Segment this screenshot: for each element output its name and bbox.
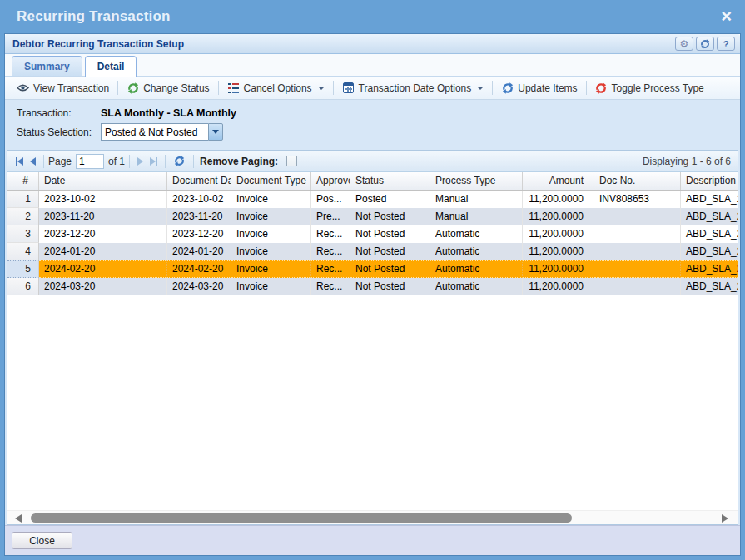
table-cell: ABD_SLA_20 <box>681 225 738 243</box>
table-cell: Pos... <box>311 191 350 208</box>
cancel-options-button[interactable]: Cancel Options <box>221 79 331 97</box>
eye-icon <box>17 82 29 94</box>
transaction-date-options-button[interactable]: Transaction Date Options <box>335 79 491 97</box>
table-cell: Invoice <box>231 260 311 278</box>
table-cell: Pre... <box>311 208 350 225</box>
status-selection-value: Posted & Not Posted <box>101 123 208 141</box>
dropdown-arrow-button[interactable] <box>208 123 223 141</box>
previous-page-button[interactable] <box>27 157 39 166</box>
pager-refresh-button[interactable] <box>170 155 189 167</box>
table-cell: 2024-02-20 <box>167 260 231 278</box>
panel-title: Debtor Recurring Transaction Setup <box>12 38 673 50</box>
help-button[interactable]: ? <box>717 37 735 51</box>
column-header-approved[interactable]: Approved <box>311 172 350 190</box>
table-cell: 2023-12-20 <box>167 225 231 243</box>
tab-summary[interactable]: Summary <box>12 56 82 76</box>
refresh-icon <box>173 155 186 167</box>
column-header-num[interactable]: # <box>7 172 39 190</box>
table-cell: Automatic <box>430 243 523 260</box>
toolbar-separator <box>218 81 219 95</box>
table-cell <box>594 278 681 295</box>
pager-separator <box>193 155 194 168</box>
toggle-process-type-button[interactable]: Toggle Process Type <box>589 79 711 97</box>
next-page-button[interactable] <box>134 157 147 166</box>
table-cell: Automatic <box>430 278 523 295</box>
table-cell: Invoice <box>231 191 311 208</box>
pager-separator <box>129 155 130 168</box>
table-cell: 11,200.0000 <box>523 208 594 225</box>
table-cell: Posted <box>350 191 430 208</box>
page-label: Page <box>48 156 72 167</box>
settings-button[interactable]: ⚙ <box>675 37 693 51</box>
column-header-description[interactable]: Description <box>681 172 738 190</box>
table-row[interactable]: 12023-10-022023-10-02InvoicePos...Posted… <box>7 191 738 208</box>
footer-bar: Close <box>5 525 740 555</box>
row-number-cell: 2 <box>7 208 39 225</box>
table-cell: Automatic <box>430 225 523 243</box>
scroll-right-arrow-icon[interactable] <box>722 514 728 523</box>
row-number-cell: 3 <box>7 225 39 243</box>
table-cell: Invoice <box>231 208 311 225</box>
refresh-green-icon <box>127 82 139 94</box>
remove-paging-label: Remove Paging: <box>200 156 278 167</box>
refresh-red-icon <box>595 82 608 94</box>
close-icon[interactable]: × <box>721 8 732 25</box>
scroll-left-arrow-icon[interactable] <box>15 514 22 523</box>
update-items-button[interactable]: Update Items <box>494 79 584 97</box>
toolbar-separator <box>333 81 334 95</box>
column-header-process_type[interactable]: Process Type <box>430 172 523 190</box>
change-status-button[interactable]: Change Status <box>120 79 216 97</box>
table-cell: Rec... <box>311 260 350 278</box>
view-transaction-button[interactable]: View Transaction <box>10 79 116 97</box>
column-header-amount[interactable]: Amount <box>523 172 594 190</box>
first-page-button[interactable] <box>12 157 27 166</box>
table-cell: 2024-03-20 <box>167 278 231 295</box>
row-number-cell: 5 <box>7 260 39 278</box>
last-page-button[interactable] <box>147 157 161 166</box>
remove-paging-checkbox[interactable] <box>286 156 297 166</box>
refresh-button[interactable] <box>696 37 714 51</box>
status-selection-dropdown[interactable]: Posted & Not Posted <box>101 123 223 141</box>
row-number-cell: 6 <box>7 278 39 295</box>
grid-header-row: #DateDocument DateDocument TypeApprovedS… <box>7 172 738 191</box>
horizontal-scrollbar[interactable] <box>7 510 738 524</box>
table-cell <box>594 260 681 278</box>
scrollbar-thumb[interactable] <box>31 513 572 523</box>
table-cell: Automatic <box>430 260 523 278</box>
list-icon <box>227 82 240 94</box>
table-cell: 11,200.0000 <box>523 243 594 260</box>
page-number-input[interactable] <box>76 154 104 169</box>
table-cell: 2023-10-02 <box>167 191 231 208</box>
transaction-value: SLA Monthly - SLA Monthly <box>101 107 236 119</box>
table-cell: Not Posted <box>350 243 430 260</box>
table-row[interactable]: 62024-03-202024-03-20InvoiceRec...Not Po… <box>7 278 738 295</box>
table-row[interactable]: 32023-12-202023-12-20InvoiceRec...Not Po… <box>7 225 738 243</box>
table-cell <box>594 243 681 260</box>
column-header-document_type[interactable]: Document Type <box>231 172 311 190</box>
paging-toolbar: Page of 1 Remove Paging: Displaying 1 - … <box>7 151 738 172</box>
pager-separator <box>43 155 44 168</box>
row-number-cell: 1 <box>7 191 39 208</box>
table-cell: INV808653 <box>594 191 681 208</box>
column-header-doc_no[interactable]: Doc No. <box>594 172 681 190</box>
table-cell: ABD_SLA_20 <box>681 243 738 260</box>
table-cell <box>594 225 681 243</box>
column-header-date[interactable]: Date <box>39 172 167 190</box>
column-header-status[interactable]: Status <box>350 172 430 190</box>
tab-detail[interactable]: Detail <box>85 56 137 77</box>
pager-separator <box>165 155 166 168</box>
table-cell: Not Posted <box>350 278 430 295</box>
gear-icon: ⚙ <box>680 38 689 50</box>
table-row[interactable]: 22023-11-202023-11-20InvoicePre...Not Po… <box>7 208 738 225</box>
transaction-form: Transaction: SLA Monthly - SLA Monthly S… <box>5 100 740 150</box>
content-area: Transaction: SLA Monthly - SLA Monthly S… <box>5 100 740 525</box>
chevron-down-icon <box>477 87 484 90</box>
table-row[interactable]: 52024-02-202024-02-20InvoiceRec...Not Po… <box>7 260 738 278</box>
column-header-document_date[interactable]: Document Date <box>167 172 231 190</box>
table-row[interactable]: 42024-01-202024-01-20InvoiceRec...Not Po… <box>7 243 738 260</box>
chevron-down-icon <box>318 87 325 90</box>
button-label: Transaction Date Options <box>359 82 472 94</box>
table-cell: 2024-01-20 <box>39 243 167 260</box>
close-button[interactable]: Close <box>12 532 72 549</box>
table-cell <box>594 208 681 225</box>
